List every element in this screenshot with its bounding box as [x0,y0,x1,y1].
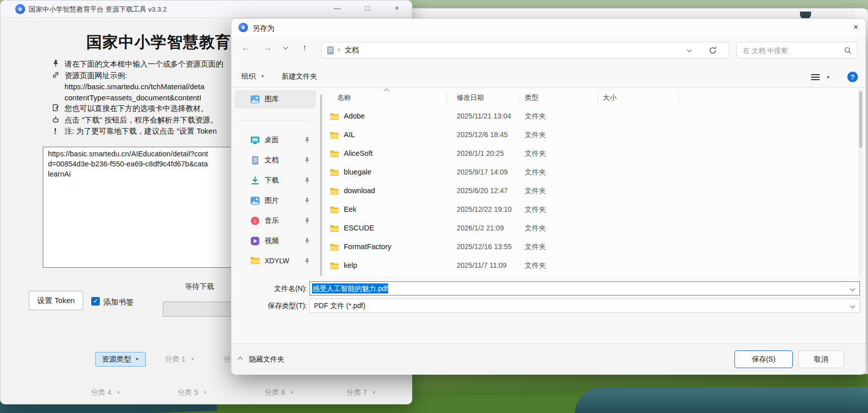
document-edit-icon [52,103,65,114]
chevron-down-icon: ▼ [191,357,195,362]
folder-icon [330,262,339,270]
column-header-date[interactable]: 修改日期 [457,93,484,102]
videos-icon [250,236,260,248]
savetype-dropdown-chevron-icon[interactable] [850,304,855,309]
download-status-label: 等待下载 [185,282,214,291]
chevron-down-icon: ▼ [203,390,207,395]
category-4-dropdown[interactable]: 分类 4▼ [91,388,120,397]
list-header: 名称 修改日期 类型 大小 [326,89,858,106]
sidebar-item-downloads[interactable]: 下载 [234,171,316,190]
table-row[interactable]: FormatFactory2025/12/16 13:55文件夹 [326,238,858,257]
dialog-titlebar: e 另存为 × [231,19,865,37]
organize-menu[interactable]: 组织 ▼ [241,72,265,81]
wallpaper-water-right [575,387,868,413]
category-1-dropdown[interactable]: 分类 1▼ [165,355,195,364]
sidebar-item-videos[interactable]: 视频 [234,232,316,250]
folder-icon [330,243,339,251]
pictures-icon [250,196,260,208]
table-row[interactable]: kelp2025/11/7 11:09文件夹 [326,257,858,275]
sidebar-item-documents[interactable]: 文档 [234,151,316,169]
pin-icon [304,238,310,247]
recent-locations-chevron-icon[interactable] [283,45,288,50]
category-6-dropdown[interactable]: 分类 6▼ [265,388,294,397]
desktop-icon [250,135,260,147]
view-mode-chevron-icon[interactable]: ▼ [826,75,830,80]
table-row[interactable]: bluegale2025/9/17 14:09文件夹 [326,163,858,182]
new-folder-button[interactable]: 新建文件夹 [282,72,317,81]
filename-label: 文件名(N): [231,284,307,293]
click-icon [52,115,65,126]
folder-icon [330,150,339,158]
filename-input[interactable]: 感受人工智能的魅力.pdf [309,281,860,296]
pin-icon [304,157,310,166]
maximize-button[interactable]: □ [359,4,376,12]
add-bookmark-checkbox[interactable]: ✓ [91,297,100,306]
cancel-button[interactable]: 取消 [798,350,844,368]
search-input[interactable]: 在 文档 中搜索 [736,42,857,58]
table-row[interactable]: Eek2025/12/22 19:10文件夹 [326,201,858,219]
chevron-down-icon: ▼ [372,390,376,395]
sidebar-item-music[interactable]: ♪ 音乐 [234,212,316,230]
view-mode-icon[interactable] [811,74,820,81]
close-icon[interactable]: × [848,23,863,34]
set-token-button[interactable]: 设置 Token [29,291,83,310]
resource-type-dropdown[interactable]: 资源类型▼ [95,352,146,367]
save-as-dialog: e 另存为 × ← → ↑ › 文档 在 文档 中搜索 组织 ▼ 新建文件夹 ▼… [231,18,866,374]
category-7-dropdown[interactable]: 分类 7▼ [346,388,376,397]
address-dropdown-chevron-icon[interactable] [687,47,692,52]
link-icon [52,71,65,82]
help-button[interactable]: ? [847,72,858,82]
column-header-size[interactable]: 大小 [603,93,616,102]
table-row[interactable]: Adobe2025/11/21 13:04文件夹 [326,107,858,126]
exclamation-icon: ! [52,126,65,137]
toolbar-separator [231,87,865,88]
sort-ascending-icon [384,89,389,94]
folder-icon [250,256,260,267]
back-button[interactable]: ← [241,43,250,53]
sidebar-scrollbar[interactable] [320,94,322,276]
sidebar-item-gallery[interactable]: 图库 [234,90,316,108]
forward-button[interactable]: → [264,43,272,53]
pin-icon [304,197,310,206]
chevron-down-icon: ▼ [261,74,265,79]
folder-icon [330,224,339,232]
save-button[interactable]: 保存(S) [734,350,793,368]
category-5-dropdown[interactable]: 分类 5▼ [177,388,207,397]
hide-folders-button[interactable]: 隐藏文件夹 [238,355,284,364]
svg-text:♪: ♪ [254,218,257,224]
sidebar-item-pictures[interactable]: 图片 [234,192,316,210]
table-row[interactable]: download2025/6/20 12:47文件夹 [326,182,858,201]
dialog-title: 另存为 [253,24,275,33]
up-button[interactable]: ↑ [302,43,307,53]
scrollbar-thumb[interactable] [859,91,862,148]
app-titlebar: e 国家中小学智慧教育平台 资源下载工具 v3.3.2 — □ × [1,1,412,18]
folder-icon [330,206,339,214]
pin-icon [304,177,310,186]
column-header-name[interactable]: 名称 [337,93,351,102]
chevron-down-icon: ▼ [290,390,294,395]
table-row[interactable]: ESCUDE2026/1/2 21:09文件夹 [326,219,858,238]
music-icon: ♪ [250,216,260,228]
filename-dropdown-chevron-icon[interactable] [850,286,855,291]
dialog-logo-icon: e [238,23,248,32]
folder-icon [330,112,339,121]
minimize-button[interactable]: — [329,4,345,12]
dialog-footer: 隐藏文件夹 保存(S) 取消 [231,343,865,375]
desktop: e 国家中小学智慧教育平台 资源下载工具 v3.3.2 — □ × 国家中小学智… [0,0,868,413]
sidebar-item-desktop[interactable]: 桌面 [234,131,316,149]
sidebar-item-xdylw[interactable]: XDYLW [234,252,316,270]
column-header-type[interactable]: 类型 [525,93,538,102]
table-row[interactable]: AIL2025/12/6 18:45文件夹 [326,126,858,145]
refresh-icon[interactable] [708,45,718,55]
pin-icon [304,217,310,226]
address-bar[interactable]: › 文档 [321,42,729,58]
savetype-select[interactable]: PDF 文件 (*.pdf) [309,299,860,313]
sidebar-separator [238,120,309,121]
folder-icon [330,187,339,195]
savetype-label: 保存类型(T): [231,302,307,311]
table-row[interactable]: AliceSoft2026/1/1 20:25文件夹 [326,145,858,163]
breadcrumb[interactable]: 文档 [345,46,359,55]
close-button[interactable]: × [389,4,405,12]
downloads-icon [250,175,260,188]
list-scrollbar[interactable] [859,89,862,277]
